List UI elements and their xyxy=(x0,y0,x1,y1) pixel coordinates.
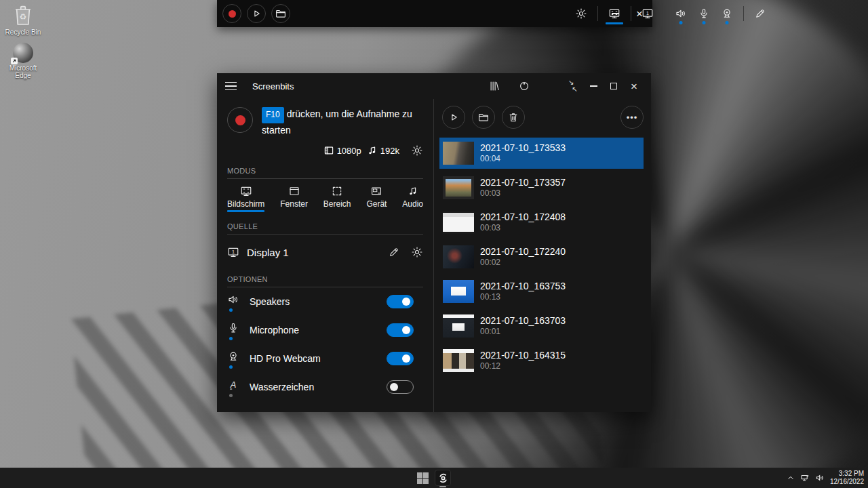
recording-thumbnail xyxy=(443,280,474,303)
speaker-icon xyxy=(675,7,687,20)
play-button[interactable] xyxy=(247,4,266,23)
recording-thumbnail xyxy=(443,176,474,199)
desktop-icon-recycle-bin[interactable]: ♻ Recycle Bin xyxy=(1,3,45,36)
edit-source-button[interactable] xyxy=(388,246,400,258)
menu-button[interactable] xyxy=(225,79,240,94)
maximize-button[interactable] xyxy=(604,76,624,96)
library-button[interactable] xyxy=(484,76,505,96)
webcam-toggle-button[interactable] xyxy=(715,0,738,27)
toggle-switch[interactable] xyxy=(387,295,414,308)
edge-icon xyxy=(13,43,33,63)
tab-audio[interactable]: Audio xyxy=(402,185,423,212)
recycle-bin-icon: ♻ xyxy=(12,3,34,27)
system-tray: 3:32 PM 12/16/2022 xyxy=(787,468,864,488)
network-icon[interactable] xyxy=(800,473,810,483)
microphone-toggle-button[interactable] xyxy=(692,0,715,27)
option-hd-pro-webcam: HD Pro Webcam xyxy=(227,344,423,373)
recording-name: 2021-07-10_173357 xyxy=(480,177,566,188)
gear-icon xyxy=(411,144,423,157)
section-modus: MODUS xyxy=(227,167,423,179)
start-button[interactable] xyxy=(417,472,429,484)
taskbar-clock[interactable]: 3:32 PM 12/16/2022 xyxy=(830,470,864,486)
close-icon: × xyxy=(636,8,643,20)
webcam-preview-button[interactable] xyxy=(514,76,534,96)
recording-item[interactable]: 2021-07-10_173533 00:04 xyxy=(439,138,644,169)
source-row[interactable]: 1 Display 1 xyxy=(227,242,423,265)
recording-item[interactable]: 2021-07-10_172240 00:02 xyxy=(439,241,644,272)
taskbar-screenbits-button[interactable] xyxy=(435,470,451,486)
recording-duration: 00:12 xyxy=(480,361,566,371)
close-button[interactable]: × xyxy=(631,5,648,22)
maximize-icon xyxy=(610,83,617,89)
open-recording-folder-button[interactable] xyxy=(472,106,495,129)
recording-name: 2021-07-10_173533 xyxy=(480,142,566,154)
film-icon xyxy=(323,144,335,157)
video-quality[interactable]: 1080p xyxy=(323,144,361,157)
toggle-switch[interactable] xyxy=(387,352,414,365)
audio-quality[interactable]: 192k xyxy=(366,144,399,157)
minimize-button[interactable] xyxy=(606,5,624,22)
tab-fenster[interactable]: Fenster xyxy=(280,185,308,212)
tray-overflow-button[interactable] xyxy=(787,474,795,482)
separator xyxy=(664,6,665,21)
recording-duration: 00:03 xyxy=(480,188,566,199)
quality-settings-button[interactable] xyxy=(411,144,423,157)
webcam-icon xyxy=(227,350,241,367)
recording-item[interactable]: 2021-07-10_164315 00:12 xyxy=(439,345,644,376)
record-icon xyxy=(229,10,236,18)
delete-recording-button[interactable] xyxy=(502,106,525,129)
hotkey-badge: F10 xyxy=(262,107,284,123)
device-status-dot xyxy=(229,308,233,312)
desktop-icon-microsoft-edge[interactable]: Microsoft Edge xyxy=(1,43,45,79)
record-button[interactable] xyxy=(222,4,241,23)
tab-bereich[interactable]: Bereich xyxy=(323,185,351,212)
shrink-icon: ↘↖ xyxy=(568,81,578,92)
recording-item[interactable]: 2021-07-10_163703 00:01 xyxy=(439,310,644,342)
recordings-pane: ••• 2021-07-10_173533 00:04 2021-07-10_1… xyxy=(434,99,651,412)
device-status-dot xyxy=(229,365,233,369)
minimize-button[interactable] xyxy=(583,76,604,96)
option-microphone: Microphone xyxy=(227,316,423,344)
recording-thumbnail xyxy=(443,314,474,338)
toggle-switch[interactable] xyxy=(387,323,414,337)
recording-thumbnail xyxy=(443,211,474,234)
recording-item[interactable]: 2021-07-10_172408 00:03 xyxy=(439,207,644,238)
start-recording-button[interactable] xyxy=(227,107,253,133)
close-button[interactable]: × xyxy=(624,76,644,96)
toggle-knob xyxy=(402,298,410,306)
toggle-switch[interactable] xyxy=(387,380,414,394)
draw-button[interactable] xyxy=(749,0,772,27)
recording-item[interactable]: 2021-07-10_163753 00:13 xyxy=(439,276,644,307)
pencil-icon xyxy=(754,7,766,20)
source-settings-button[interactable] xyxy=(411,246,423,258)
taskbar: 3:32 PM 12/16/2022 xyxy=(0,468,868,488)
recording-item[interactable]: 2021-07-10_173357 00:03 xyxy=(439,172,644,203)
tab-bildschirm[interactable]: Bildschirm xyxy=(227,185,264,212)
window-icon xyxy=(288,185,300,197)
toggle-knob xyxy=(390,383,398,391)
more-options-button[interactable]: ••• xyxy=(620,106,644,129)
tab-gerät[interactable]: Gerät xyxy=(366,185,387,212)
compact-mode-button[interactable]: ↘↖ xyxy=(563,76,583,96)
pencil-icon xyxy=(388,246,400,258)
window-titlebar: Screenbits ↘↖ × xyxy=(217,73,651,99)
svg-text:A: A xyxy=(230,380,237,390)
play-recording-button[interactable] xyxy=(442,106,465,129)
record-icon xyxy=(235,115,245,125)
speakers-toggle-button[interactable] xyxy=(669,0,692,27)
recording-duration: 00:02 xyxy=(480,258,566,268)
option-speakers: Speakers xyxy=(227,287,423,316)
audio-icon xyxy=(407,185,419,197)
open-folder-button[interactable] xyxy=(271,4,290,23)
settings-button[interactable] xyxy=(570,0,593,27)
mode-tabs: Bildschirm Fenster Bereich Gerät Audio xyxy=(227,185,423,212)
section-quelle: QUELLE xyxy=(227,222,423,235)
recorder-toolbar-modes: 1 xyxy=(570,0,772,27)
device-status-dot xyxy=(229,337,233,340)
watermark-icon: A xyxy=(227,379,241,395)
svg-text:♻: ♻ xyxy=(20,12,27,22)
volume-icon[interactable] xyxy=(815,473,825,483)
enabled-dot xyxy=(703,21,706,24)
ellipsis-icon: ••• xyxy=(627,113,638,123)
recording-duration: 00:03 xyxy=(480,223,566,233)
